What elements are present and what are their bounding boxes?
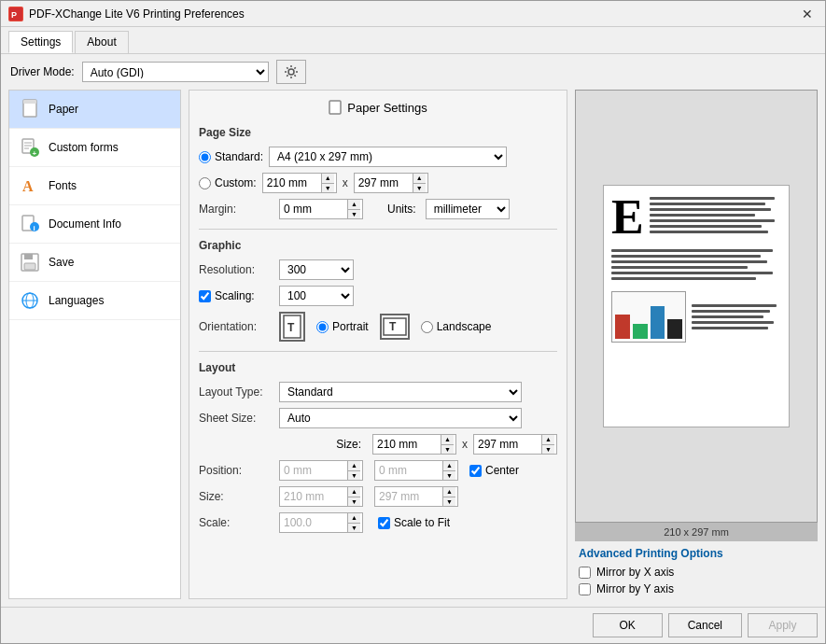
sidebar-item-languages[interactable]: Languages bbox=[9, 282, 180, 320]
size-w-spinbox[interactable]: ▲ ▼ bbox=[372, 434, 456, 455]
mirror-y-checkbox[interactable] bbox=[579, 583, 591, 595]
layout-type-select[interactable]: Standard bbox=[279, 382, 522, 402]
size-label: Size: bbox=[336, 438, 361, 451]
driver-mode-select[interactable]: Auto (GDI) bbox=[82, 62, 269, 82]
config-icon bbox=[283, 63, 300, 80]
main-window: P PDF-XChange Lite V6 Printing Preferenc… bbox=[0, 0, 826, 644]
scale-up[interactable]: ▲ bbox=[347, 513, 360, 524]
standard-radio[interactable] bbox=[199, 151, 211, 163]
size2-w-down[interactable]: ▼ bbox=[347, 497, 360, 507]
landscape-icon[interactable]: T bbox=[380, 314, 410, 340]
units-select[interactable]: millimeter bbox=[426, 199, 510, 219]
landscape-radio[interactable] bbox=[421, 321, 433, 333]
portrait-radio[interactable] bbox=[316, 321, 329, 333]
size-h-up[interactable]: ▲ bbox=[541, 435, 554, 445]
scale-spinbox[interactable]: ▲ ▼ bbox=[279, 512, 363, 533]
size2-w-input[interactable] bbox=[280, 487, 347, 506]
sidebar-doc-info-label: Document Info bbox=[49, 217, 121, 231]
mid-line-2 bbox=[611, 255, 761, 258]
size-h-down[interactable]: ▼ bbox=[541, 445, 554, 455]
scaling-select[interactable]: 100 bbox=[279, 286, 354, 306]
landscape-radio-label[interactable]: Landscape bbox=[421, 320, 492, 333]
size2-h-down[interactable]: ▼ bbox=[442, 497, 455, 507]
scaling-checkbox-label[interactable]: Scaling: bbox=[199, 289, 273, 302]
paper-content: Paper Settings Page Size Standard: A4 (2… bbox=[189, 90, 818, 599]
standard-select[interactable]: A4 (210 x 297 mm) bbox=[269, 147, 507, 167]
custom-width-down[interactable]: ▼ bbox=[321, 184, 334, 193]
pos-x-input[interactable] bbox=[280, 461, 347, 480]
mirror-x-label: Mirror by X axis bbox=[596, 566, 674, 579]
custom-width-spinbox[interactable]: ▲ ▼ bbox=[262, 173, 337, 193]
sidebar-item-paper[interactable]: Paper bbox=[9, 91, 180, 129]
margin-input[interactable] bbox=[280, 200, 347, 218]
standard-radio-label[interactable]: Standard: bbox=[199, 150, 263, 163]
size-w-up[interactable]: ▲ bbox=[441, 435, 454, 445]
pos-y-input[interactable] bbox=[375, 461, 442, 480]
sidebar-item-document-info[interactable]: i Document Info bbox=[9, 205, 180, 244]
size-h-spinbox[interactable]: ▲ ▼ bbox=[473, 434, 557, 455]
size-h-input[interactable] bbox=[474, 435, 541, 454]
sheet-size-select[interactable]: Auto bbox=[279, 408, 522, 428]
pos-y-spinbox[interactable]: ▲ ▼ bbox=[374, 460, 458, 481]
layout-header: Layout bbox=[199, 361, 557, 374]
sidebar-item-custom-forms[interactable]: + Custom forms bbox=[9, 129, 180, 167]
custom-height-down[interactable]: ▼ bbox=[413, 184, 426, 193]
apply-button[interactable]: Apply bbox=[748, 613, 818, 637]
driver-config-button[interactable] bbox=[276, 60, 306, 84]
custom-height-up[interactable]: ▲ bbox=[413, 174, 426, 184]
center-checkbox-label[interactable]: Center bbox=[469, 464, 519, 477]
portrait-radio-label[interactable]: Portrait bbox=[316, 320, 369, 333]
size2-h-up[interactable]: ▲ bbox=[442, 487, 455, 497]
svg-text:i: i bbox=[34, 224, 35, 232]
scale-to-fit-label[interactable]: Scale to Fit bbox=[378, 516, 450, 529]
pos-y-down[interactable]: ▼ bbox=[442, 471, 455, 481]
driver-bar: Driver Mode: Auto (GDI) bbox=[1, 54, 825, 90]
bar-green bbox=[633, 324, 648, 339]
pos-x-spinbox[interactable]: ▲ ▼ bbox=[279, 460, 363, 481]
resolution-row: Resolution: 300 150 600 bbox=[199, 259, 557, 280]
pos-x-down[interactable]: ▼ bbox=[347, 471, 360, 481]
scaling-checkbox[interactable] bbox=[199, 290, 211, 302]
scale-down[interactable]: ▼ bbox=[347, 524, 360, 533]
cancel-button[interactable]: Cancel bbox=[668, 613, 742, 637]
margin-row: Margin: ▲ ▼ Units: millimeter bbox=[199, 199, 557, 219]
ok-button[interactable]: OK bbox=[593, 613, 663, 637]
center-checkbox[interactable] bbox=[469, 465, 482, 477]
size2-w-spinbox[interactable]: ▲ ▼ bbox=[279, 486, 363, 507]
preview-top: E bbox=[611, 193, 781, 242]
scale-input[interactable] bbox=[280, 513, 347, 532]
settings-panel: Paper Settings Page Size Standard: A4 (2… bbox=[189, 90, 567, 599]
size2-w-up[interactable]: ▲ bbox=[347, 487, 360, 497]
preview-line-3 bbox=[650, 208, 771, 211]
tab-about[interactable]: About bbox=[75, 31, 128, 53]
scale-to-fit-checkbox[interactable] bbox=[378, 517, 390, 529]
mirror-x-checkbox[interactable] bbox=[579, 567, 591, 579]
size-w-down[interactable]: ▼ bbox=[441, 445, 454, 455]
pos-x-up[interactable]: ▲ bbox=[347, 461, 360, 471]
page-size-header: Page Size bbox=[199, 126, 557, 139]
standard-row: Standard: A4 (210 x 297 mm) bbox=[199, 147, 557, 167]
sidebar-item-save[interactable]: Save bbox=[9, 244, 180, 282]
bar-black bbox=[667, 319, 682, 339]
custom-height-spinbox[interactable]: ▲ ▼ bbox=[354, 173, 428, 193]
resolution-select[interactable]: 300 150 600 bbox=[279, 259, 354, 280]
close-button[interactable]: ✕ bbox=[797, 4, 818, 24]
margin-up[interactable]: ▲ bbox=[347, 200, 360, 210]
size2-h-spinbox[interactable]: ▲ ▼ bbox=[374, 486, 458, 507]
size-w-input[interactable] bbox=[373, 435, 441, 454]
custom-radio-label[interactable]: Custom: bbox=[199, 176, 257, 189]
custom-width-up[interactable]: ▲ bbox=[321, 174, 334, 184]
svg-text:T: T bbox=[287, 321, 295, 334]
pos-y-up[interactable]: ▲ bbox=[442, 461, 455, 471]
sidebar-item-fonts[interactable]: A Fonts bbox=[9, 167, 180, 205]
margin-down[interactable]: ▼ bbox=[347, 210, 360, 219]
portrait-icon[interactable]: T bbox=[279, 312, 305, 342]
mid-line-1 bbox=[611, 249, 773, 252]
panel-title: Paper Settings bbox=[199, 100, 557, 115]
custom-radio[interactable] bbox=[199, 177, 211, 189]
custom-width-input[interactable] bbox=[263, 174, 321, 192]
margin-spinbox[interactable]: ▲ ▼ bbox=[279, 199, 363, 219]
custom-height-input[interactable] bbox=[355, 174, 413, 192]
size2-h-input[interactable] bbox=[375, 487, 442, 506]
tab-settings[interactable]: Settings bbox=[8, 31, 73, 53]
